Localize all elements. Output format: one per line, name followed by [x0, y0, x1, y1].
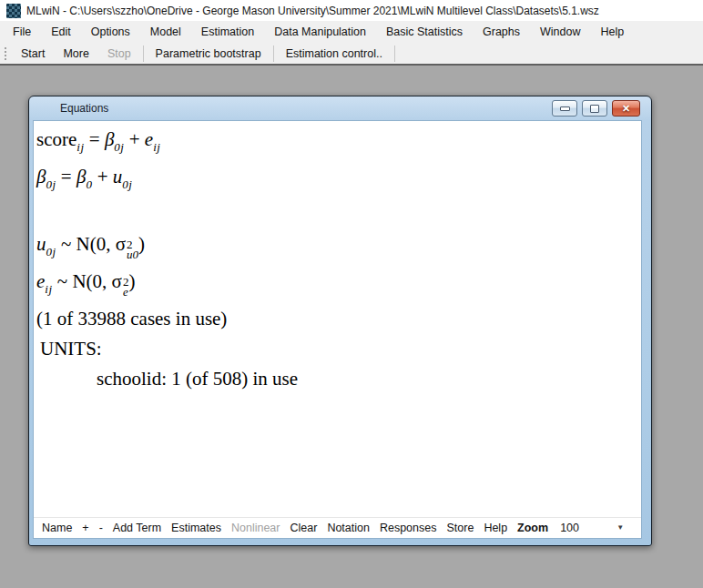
stacked-scripts: 2u0: [127, 239, 138, 259]
menu-item-basic-statistics[interactable]: Basic Statistics: [376, 21, 473, 43]
equation-token: σ: [116, 233, 126, 255]
chevron-down-icon: ▼: [616, 524, 624, 532]
eq-button-responses[interactable]: Responses: [380, 522, 437, 534]
equation-line[interactable]: scoreij = β0j + eij: [36, 125, 641, 162]
minimize-button[interactable]: [552, 100, 577, 117]
menu-item-model[interactable]: Model: [140, 21, 191, 43]
equations-body: scoreij = β0j + eijβ0j = β0 + u0ju0j ~ N…: [33, 120, 642, 539]
equation-token: β: [105, 128, 114, 150]
menu-item-help[interactable]: Help: [591, 21, 635, 43]
toolbar-button-estimation-control[interactable]: Estimation control..: [277, 44, 392, 63]
toolbar-button-more[interactable]: More: [54, 44, 97, 63]
equation-token: e: [145, 128, 153, 150]
equation-line[interactable]: eij ~ N(0, σ2e): [36, 267, 641, 304]
close-button[interactable]: ✕: [612, 100, 640, 117]
menu-item-file[interactable]: File: [3, 21, 41, 43]
menu-item-data-manipulation[interactable]: Data Manipulation: [264, 21, 376, 43]
menu-item-options[interactable]: Options: [81, 21, 140, 43]
toolbar-grip-handle[interactable]: [4, 46, 7, 61]
equation-token: u: [36, 233, 46, 255]
equation-line[interactable]: (1 of 33988 cases in use): [36, 304, 641, 334]
minimize-icon: [560, 106, 570, 111]
toolbar: StartMoreStopParametric bootstrapEstimat…: [0, 43, 703, 66]
toolbar-separator: [273, 46, 274, 62]
equation-token: +: [124, 128, 144, 150]
eq-button-+[interactable]: +: [82, 522, 88, 534]
toolbar-button-parametric-bootstrap[interactable]: Parametric bootstrap: [147, 44, 270, 63]
equation-token: u: [113, 166, 123, 188]
eq-button-item[interactable]: -: [99, 522, 103, 534]
window-title: MLwiN - C:\Users\szzho\OneDrive - George…: [26, 5, 599, 17]
equation-token: 0j: [46, 245, 56, 259]
equation-token: β: [36, 166, 46, 188]
toolbar-button-stop: Stop: [98, 44, 140, 63]
equations-window: Equations ✕ scoreij = β0j + eijβ0j = β0 …: [28, 96, 652, 546]
equation-line[interactable]: [36, 199, 641, 229]
menu-item-window[interactable]: Window: [530, 21, 590, 43]
zoom-level-select[interactable]: 100▼: [558, 520, 627, 536]
eq-button-notation[interactable]: Notation: [327, 522, 370, 534]
eq-button-name[interactable]: Name: [42, 522, 72, 534]
menu-bar: FileEditOptionsModelEstimationData Manip…: [0, 21, 703, 43]
equation-token: ): [138, 233, 145, 255]
mlwin-app-icon: [6, 4, 21, 18]
equation-token: ij: [45, 282, 52, 296]
eq-button-estimates[interactable]: Estimates: [171, 522, 221, 534]
mdi-workspace: Equations ✕ scoreij = β0j + eijβ0j = β0 …: [0, 66, 703, 588]
equation-line[interactable]: β0j = β0 + u0j: [36, 162, 641, 199]
equation-token: ij: [76, 140, 84, 154]
menu-item-graphs[interactable]: Graphs: [473, 21, 530, 43]
equation-token: 0j: [114, 140, 124, 154]
eq-button-nonlinear: Nonlinear: [231, 522, 280, 534]
toolbar-button-start[interactable]: Start: [12, 44, 54, 63]
equations-canvas[interactable]: scoreij = β0j + eijβ0j = β0 + u0ju0j ~ N…: [34, 121, 641, 517]
equations-titlebar[interactable]: Equations ✕: [29, 96, 651, 120]
eq-button-help[interactable]: Help: [484, 522, 507, 534]
equation-token: e: [36, 270, 45, 292]
zoom-label: Zoom: [517, 522, 548, 534]
equations-bottom-toolbar: Name+-Add TermEstimatesNonlinearClearNot…: [34, 517, 641, 538]
equation-line[interactable]: schoolid: 1 (of 508) in use: [36, 364, 641, 394]
window-controls: ✕: [552, 100, 640, 117]
toolbar-separator: [394, 46, 395, 62]
subscript: u0: [127, 249, 138, 259]
zoom-value: 100: [560, 522, 579, 534]
menu-item-estimation[interactable]: Estimation: [191, 21, 264, 43]
eq-button-clear[interactable]: Clear: [290, 522, 318, 534]
maximize-icon: [590, 105, 599, 113]
equation-token: =: [56, 166, 76, 188]
maximize-button[interactable]: [582, 100, 607, 117]
equation-token: =: [85, 128, 105, 150]
equation-token: UNITS:: [40, 338, 102, 360]
equation-token: ij: [153, 140, 160, 154]
equation-token: (1 of 33988 cases in use): [36, 308, 227, 329]
eq-button-store[interactable]: Store: [446, 522, 474, 534]
equation-token: β: [76, 166, 86, 188]
equation-line[interactable]: u0j ~ N(0, σ2u0): [36, 229, 641, 267]
toolbar-separator: [143, 46, 144, 62]
equation-token: ): [128, 270, 135, 292]
close-icon: ✕: [622, 104, 630, 114]
equation-token: σ: [112, 270, 122, 292]
window-titlebar: MLwiN - C:\Users\szzho\OneDrive - George…: [0, 0, 703, 21]
equation-token: score: [36, 128, 76, 150]
equation-token: 0j: [46, 177, 56, 191]
equation-token: schoolid: 1 (of 508) in use: [97, 368, 298, 390]
equation-token: 0j: [122, 177, 132, 191]
equation-token: ~ N(0,: [53, 270, 112, 292]
equation-token: +: [92, 166, 112, 188]
equation-token: ~ N(0,: [56, 233, 116, 255]
equation-line[interactable]: UNITS:: [36, 334, 641, 364]
mlwin-application: MLwiN - C:\Users\szzho\OneDrive - George…: [0, 0, 703, 588]
eq-button-add-term[interactable]: Add Term: [113, 522, 161, 534]
menu-item-edit[interactable]: Edit: [41, 21, 81, 43]
equations-window-title: Equations: [60, 102, 108, 115]
